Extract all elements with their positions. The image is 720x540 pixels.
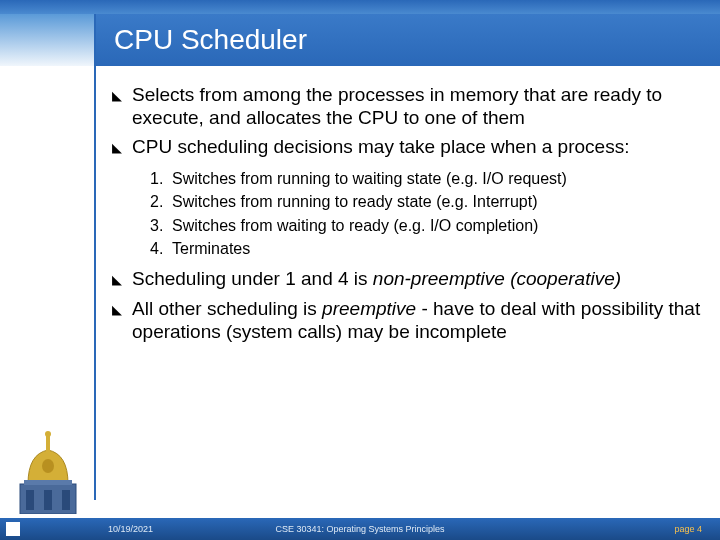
svg-point-4 [42,459,54,473]
top-accent-bar [0,0,720,14]
slide: CPU Scheduler ◣ Selects from among the p… [0,0,720,540]
num-3-marker: 3. [150,215,172,237]
bullet-3-text: Scheduling under 1 and 4 is non-preempti… [132,268,702,292]
bullet-3: ◣ Scheduling under 1 and 4 is non-preemp… [112,268,702,292]
num-item-1: 1. Switches from running to waiting stat… [150,168,702,190]
num-3-text: Switches from waiting to ready (e.g. I/O… [172,215,538,237]
num-item-4: 4. Terminates [150,238,702,260]
num-item-2: 2. Switches from running to ready state … [150,191,702,213]
content-area: ◣ Selects from among the processes in me… [112,78,702,344]
num-1-marker: 1. [150,168,172,190]
sidebar-gradient [0,14,94,66]
bullet-marker-icon: ◣ [112,268,132,292]
svg-rect-7 [24,480,72,485]
bullet-3-em: non-preemptive (cooperative) [373,268,621,289]
svg-rect-2 [44,490,52,510]
svg-point-6 [45,431,51,437]
bullet-4-em: preemptive [322,298,416,319]
footer-bar: 10/19/2021 CSE 30341: Operating Systems … [0,518,720,540]
bullet-2: ◣ CPU scheduling decisions may take plac… [112,136,702,160]
slide-title: CPU Scheduler [114,24,307,56]
bullet-1: ◣ Selects from among the processes in me… [112,84,702,130]
bullet-marker-icon: ◣ [112,298,132,344]
footer-page: page 4 [674,524,702,534]
bullet-marker-icon: ◣ [112,84,132,130]
footer-date: 10/19/2021 [108,524,153,534]
bullet-marker-icon: ◣ [112,136,132,160]
bullet-4-text: All other scheduling is preemptive - hav… [132,298,702,344]
num-4-text: Terminates [172,238,250,260]
dome-logo-icon [18,430,78,514]
vertical-divider [94,14,96,500]
bullet-3-pre: Scheduling under 1 and 4 is [132,268,373,289]
svg-rect-3 [62,490,70,510]
bullet-2-text: CPU scheduling decisions may take place … [132,136,702,160]
svg-rect-5 [46,436,50,452]
num-2-marker: 2. [150,191,172,213]
num-1-text: Switches from running to waiting state (… [172,168,567,190]
bullet-1-text: Selects from among the processes in memo… [132,84,702,130]
svg-rect-1 [26,490,34,510]
left-sidebar [0,14,94,500]
bullet-4: ◣ All other scheduling is preemptive - h… [112,298,702,344]
corner-square-icon [6,522,20,536]
num-2-text: Switches from running to ready state (e.… [172,191,538,213]
title-bar: CPU Scheduler [94,14,720,66]
bullet-4-pre: All other scheduling is [132,298,322,319]
numbered-list: 1. Switches from running to waiting stat… [150,168,702,260]
num-4-marker: 4. [150,238,172,260]
num-item-3: 3. Switches from waiting to ready (e.g. … [150,215,702,237]
footer-course: CSE 30341: Operating Systems Principles [275,524,444,534]
